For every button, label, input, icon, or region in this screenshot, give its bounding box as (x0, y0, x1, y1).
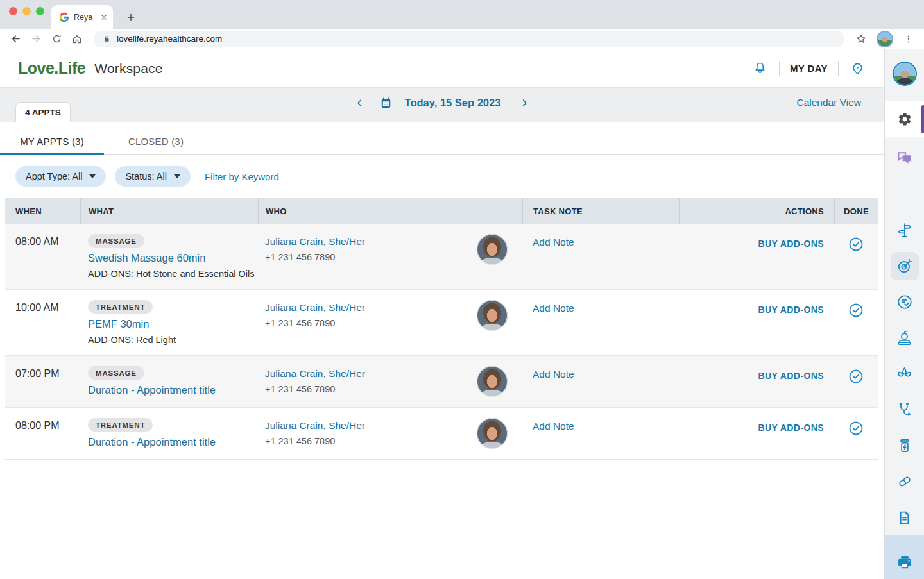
table-header-row: WHEN WHAT WHO TASK NOTE ACTIONS DONE (5, 198, 878, 224)
add-note-link[interactable]: Add Note (533, 369, 574, 380)
appt-type-filter-dropdown[interactable]: Appt Type: All (15, 166, 106, 187)
assessments-checklist-icon[interactable] (887, 284, 923, 320)
url-bar[interactable]: lovelife.reyahealthcare.com (94, 31, 844, 47)
app-header: Love.Life Workspace MY DAY (0, 49, 884, 88)
new-tab-button[interactable] (122, 8, 140, 26)
nutrition-apple-books-icon[interactable] (887, 320, 923, 356)
appts-count-tab[interactable]: 4 APPTS (15, 102, 71, 122)
chevron-down-icon (89, 174, 96, 178)
client-avatar[interactable] (477, 300, 508, 331)
add-note-link[interactable]: Add Note (533, 421, 574, 432)
tab-my-appts[interactable]: MY APPTS (3) (0, 128, 104, 154)
buy-addons-button[interactable]: BUY ADD-ONS (758, 239, 824, 249)
user-avatar[interactable] (894, 63, 916, 85)
client-name-link[interactable]: Juliana Crain, She/Her (265, 302, 365, 313)
filters-bar: Appt Type: All Status: All Filter by Key… (0, 155, 884, 197)
browser-tab[interactable]: Reya (51, 5, 113, 29)
add-note-link[interactable]: Add Note (533, 237, 574, 248)
wellness-lotus-icon[interactable] (887, 356, 923, 392)
client-name-link[interactable]: Juliana Crain, She/Her (265, 420, 365, 431)
appointment-row: 07:00 PM MASSAGE Duration - Appointment … (5, 355, 878, 407)
care-plan-signpost-icon[interactable] (887, 212, 923, 248)
browser-navbar: lovelife.reyahealthcare.com (0, 29, 924, 49)
appointment-title-link[interactable]: Duration - Appointment title (88, 436, 258, 448)
google-favicon (59, 12, 69, 22)
back-icon[interactable] (6, 31, 24, 47)
done-check-icon[interactable] (848, 369, 864, 384)
done-check-icon[interactable] (848, 237, 864, 252)
previous-day-icon[interactable] (348, 96, 371, 110)
appointment-time: 07:00 PM (5, 366, 80, 397)
appointment-title-link[interactable]: PEMF 30min (88, 318, 258, 330)
close-window-button[interactable] (9, 7, 17, 15)
done-check-icon[interactable] (848, 421, 864, 436)
add-note-link[interactable]: Add Note (533, 303, 574, 314)
buy-addons-button[interactable]: BUY ADD-ONS (758, 371, 824, 381)
minimize-window-button[interactable] (22, 7, 31, 15)
window-controls[interactable] (9, 7, 44, 15)
lock-icon (103, 35, 111, 44)
appointment-type-badge: TREATMENT (88, 418, 153, 432)
done-check-icon[interactable] (848, 303, 864, 318)
appointment-row: 10:00 AM TREATMENT PEMF 30min ADD-ONS: R… (5, 289, 878, 355)
forward-icon[interactable] (27, 31, 45, 47)
client-phone: +1 231 456 7890 (265, 436, 477, 446)
print-section (885, 535, 924, 579)
supplement-bottle-icon[interactable] (887, 428, 923, 464)
settings-gear-icon[interactable] (896, 110, 914, 128)
scrollbar-thumb[interactable] (921, 105, 924, 133)
browser-window: Reya lovelife.reyahealthcare.com (0, 0, 924, 579)
buy-addons-button[interactable]: BUY ADD-ONS (758, 305, 824, 315)
browser-tabstrip: Reya (0, 0, 924, 29)
appointment-title-link[interactable]: Swedish Massage 60min (88, 252, 258, 264)
appt-type-filter-label: Appt Type: All (26, 171, 82, 181)
current-date-label[interactable]: Today, 15 Sep 2023 (405, 97, 501, 109)
column-header-when: WHEN (5, 198, 80, 224)
next-day-icon[interactable] (513, 96, 536, 110)
appointment-addons: ADD-ONS: Red Light (88, 335, 258, 345)
settings-section (885, 101, 924, 137)
notifications-bell-icon[interactable] (751, 60, 769, 77)
status-filter-dropdown[interactable]: Status: All (115, 166, 190, 187)
location-pin-icon[interactable] (849, 60, 866, 77)
header-divider (838, 61, 839, 76)
appointment-row: 08:00 PM TREATMENT Duration - Appointmen… (5, 407, 878, 460)
reload-icon[interactable] (47, 31, 65, 47)
messages-chat-icon[interactable] (887, 139, 923, 175)
appointment-time: 10:00 AM (5, 300, 80, 345)
printer-icon[interactable] (894, 552, 915, 573)
home-icon[interactable] (68, 31, 86, 47)
sidebar-nav (887, 212, 923, 535)
bookmark-star-icon[interactable] (852, 31, 870, 47)
client-name-link[interactable]: Juliana Crain, She/Her (265, 368, 365, 379)
app-sidebar (884, 49, 924, 579)
client-avatar[interactable] (477, 234, 508, 265)
client-avatar[interactable] (477, 366, 508, 397)
document-icon[interactable] (887, 499, 923, 535)
column-header-done: DONE (834, 198, 878, 224)
zoom-window-button[interactable] (36, 7, 44, 15)
appointment-time: 08:00 PM (5, 418, 80, 449)
buy-addons-button[interactable]: BUY ADD-ONS (758, 423, 824, 433)
goals-target-icon[interactable] (887, 248, 923, 284)
browser-profile-avatar[interactable] (877, 31, 893, 47)
client-name-link[interactable]: Juliana Crain, She/Her (265, 236, 365, 247)
appointment-row: 08:00 AM MASSAGE Swedish Massage 60min A… (5, 224, 878, 289)
calendar-icon (380, 97, 392, 109)
browser-menu-icon[interactable] (900, 31, 918, 47)
client-avatar[interactable] (477, 418, 508, 449)
tab-closed[interactable]: CLOSED (3) (104, 128, 208, 154)
header-divider (779, 61, 780, 76)
filter-by-keyword-link[interactable]: Filter by Keyword (205, 171, 279, 182)
referral-stethoscope-icon[interactable] (887, 392, 923, 428)
column-header-what: WHAT (80, 198, 258, 224)
appointment-addons: ADD-ONS: Hot Stone and Essential Oils (88, 269, 258, 279)
appointment-title-link[interactable]: Duration - Appointment title (88, 384, 258, 396)
page-title: Workspace (94, 61, 162, 76)
tab-close-icon[interactable] (100, 13, 108, 21)
my-day-link[interactable]: MY DAY (790, 63, 828, 74)
calendar-view-link[interactable]: Calendar View (796, 97, 861, 108)
appointments-tabs: MY APPTS (3) CLOSED (3) (0, 128, 884, 155)
medication-pill-icon[interactable] (887, 464, 923, 499)
appointment-type-badge: MASSAGE (88, 234, 144, 248)
